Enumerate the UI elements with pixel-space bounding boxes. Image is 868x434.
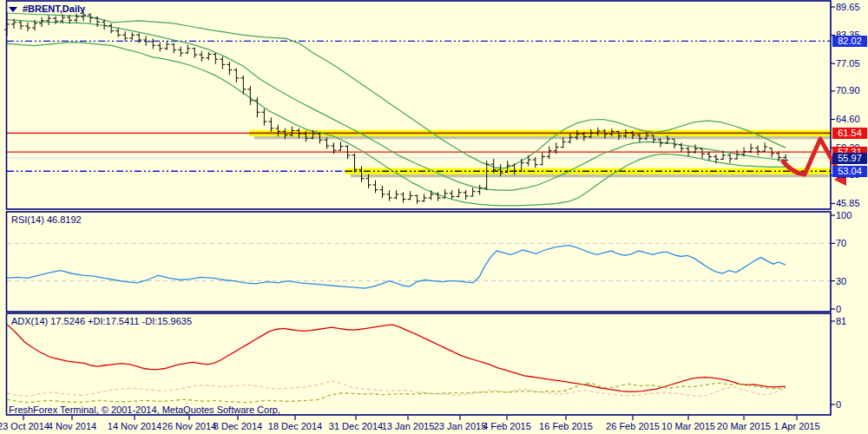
date-label: 26 Nov 2014 (162, 421, 216, 431)
date-label: 20 Mar 2015 (717, 421, 771, 431)
date-label: 23 Jan 2015 (434, 421, 487, 431)
price-tick-label: 89.65 (836, 2, 860, 12)
rsi-panel-border (7, 212, 832, 312)
symbol-label: #BRENT,Daily (9, 3, 85, 14)
ma-lower-line (7, 43, 786, 206)
price-bar (102, 20, 107, 30)
price-bar (533, 157, 538, 168)
rsi-scale-label: 70 (836, 238, 846, 248)
price-bar (247, 86, 253, 105)
price-bar (46, 16, 51, 25)
price-bar (477, 185, 483, 194)
date-label: 26 Feb 2015 (606, 421, 660, 431)
price-bar (470, 187, 476, 196)
price-badge: 61.54 (832, 128, 867, 139)
price-bar (394, 190, 399, 199)
rsi-scale-label: 0 (836, 304, 841, 314)
date-label: 18 Dec 2014 (268, 421, 322, 431)
price-bar (755, 145, 760, 155)
price-bar (74, 13, 79, 22)
price-bar (115, 28, 121, 37)
price-tick-label: 70.90 (836, 85, 860, 95)
price-bar (373, 181, 378, 193)
price-bar (88, 13, 93, 23)
symbol-text: #BRENT,Daily (23, 3, 85, 14)
date-label: 16 Feb 2015 (539, 421, 593, 431)
adx-scale-label: 0 (836, 399, 841, 410)
rsi-line (7, 246, 786, 289)
price-bar (199, 51, 204, 62)
price-bar (25, 23, 30, 31)
price-bar (227, 62, 232, 75)
date-label: 10 Mar 2015 (661, 421, 715, 431)
price-bar (415, 194, 420, 203)
price-bar (150, 38, 155, 49)
price-badge: 82.02 (832, 36, 867, 47)
date-label: 4 Feb 2015 (483, 421, 531, 431)
price-bar (401, 192, 406, 202)
price-bar (171, 43, 176, 54)
price-bar (457, 188, 462, 197)
price-bar (268, 117, 273, 132)
price-bar (762, 142, 767, 151)
price-bar (429, 190, 434, 200)
adx-indicator-label: ADX(14) 17.5246 +DI:17.5411 -DI:15.9635 (11, 316, 192, 326)
price-bar (408, 191, 413, 200)
main-panel-border (7, 1, 832, 209)
rsi-scale-label: 100 (836, 210, 852, 220)
rsi-indicator-label: RSI(14) 46.8192 (11, 214, 82, 225)
price-bar (213, 53, 218, 64)
price-bar (769, 148, 774, 158)
symbol-dropdown-icon[interactable] (9, 7, 17, 12)
band-shadow (254, 136, 831, 139)
price-bar (108, 23, 114, 33)
price-badge: 53.04 (832, 166, 867, 177)
price-bar (686, 147, 691, 156)
price-bar (185, 45, 190, 54)
price-bar (443, 189, 448, 198)
price-bar (380, 186, 385, 198)
price-bar (157, 43, 162, 52)
date-label: 31 Dec 2014 (329, 421, 383, 431)
ma-middle-line (7, 20, 786, 191)
price-bar (254, 97, 260, 117)
date-label: 14 Nov 2014 (108, 421, 161, 431)
terminal-copyright: FreshForex Terminal, © 2001-2014, MetaQu… (9, 404, 280, 415)
ma-upper-line (7, 13, 786, 168)
price-bar (129, 32, 135, 40)
price-tick-label: 77.05 (836, 58, 860, 69)
price-bar (422, 194, 427, 201)
price-bar (53, 16, 58, 24)
price-bar (192, 48, 197, 58)
price-bar (707, 152, 712, 161)
adx-series-ADX (7, 325, 786, 392)
price-bar (233, 69, 239, 83)
price-bar (164, 42, 169, 50)
price-bar (526, 155, 531, 166)
chart-canvas[interactable] (0, 0, 868, 434)
terminal-window: #BRENT,Daily RSI(14) 46.8192 ADX(14) 17.… (0, 0, 868, 434)
date-label: 23 Oct 2014 (0, 421, 49, 431)
price-bar (220, 56, 225, 69)
price-bar (261, 108, 266, 126)
price-bar (178, 47, 183, 56)
adx-scale-label: 81 (836, 316, 846, 326)
price-bar (387, 190, 392, 201)
date-label: 13 Jan 2015 (382, 421, 435, 431)
price-bar (450, 190, 455, 199)
price-bar (464, 190, 469, 200)
price-bar (338, 141, 343, 150)
date-label: 8 Dec 2014 (214, 421, 262, 431)
price-bar (540, 153, 545, 165)
band-shadow (351, 174, 831, 177)
date-label: 4 Nov 2014 (48, 421, 96, 431)
price-badge: 55.97 (832, 153, 867, 164)
price-bar (206, 52, 211, 60)
date-label: 1 Apr 2015 (773, 421, 819, 431)
price-tick-label: 45.85 (836, 198, 860, 208)
rsi-scale-label: 30 (836, 276, 846, 286)
price-bar (122, 31, 128, 41)
price-bar (700, 149, 705, 159)
price-tick-label: 64.60 (836, 114, 860, 124)
price-bar (18, 21, 23, 30)
